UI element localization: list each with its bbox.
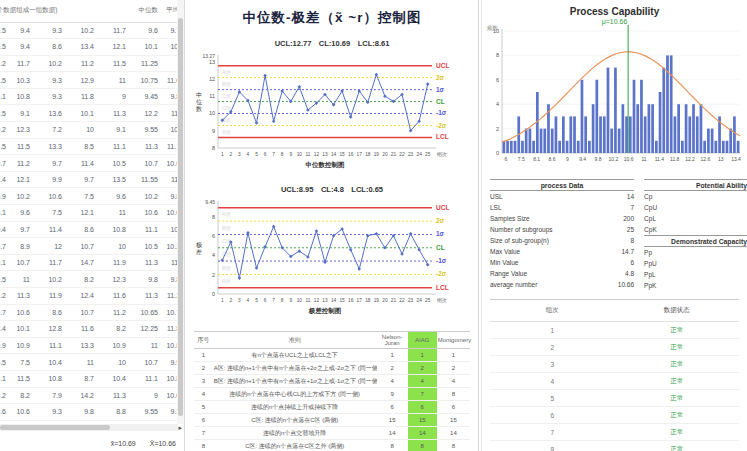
process-data-row: average number10.66: [490, 279, 634, 290]
cell: 11.5: [6, 370, 38, 387]
cell: 9.3: [38, 72, 70, 89]
svg-text:11: 11: [305, 298, 310, 303]
svg-text:7: 7: [272, 298, 275, 303]
svg-text:22: 22: [399, 298, 405, 303]
svg-text:11.8: 11.8: [669, 156, 679, 162]
svg-text:8.1: 8.1: [533, 156, 540, 162]
cell: 11: [6, 271, 38, 288]
cell: 7.5: [6, 354, 38, 371]
svg-text:中位数: 中位数: [196, 92, 202, 112]
group-status-table: 组次 数据状态 1正常2正常3正常4正常5正常6正常7正常8正常: [490, 299, 739, 451]
cell: 10.9: [102, 337, 134, 354]
rules-table: 序号准则Nelson-JuranAIAGMontgomery 1有n个点落在UC…: [194, 331, 470, 451]
capability-panel: Process Capability μ=10.66 0246810频数67.5…: [481, 0, 747, 451]
cell: 10: [102, 238, 134, 255]
capability-index-row: PpU: [644, 258, 747, 269]
cell: 11: [102, 205, 134, 222]
cell: 11.9: [102, 254, 134, 271]
table-row: 10.710.68.610.711.210.6510.76: [0, 304, 178, 321]
svg-text:10.6: 10.6: [623, 156, 633, 162]
table-row: 9.110.89.311.899.459.81: [0, 88, 178, 105]
rules-cell: 15: [377, 414, 408, 427]
cell: 11.55: [134, 171, 166, 188]
svg-text:11.4: 11.4: [654, 156, 664, 162]
svg-text:16: 16: [348, 298, 354, 303]
horizontal-scrollbar-thumb[interactable]: [0, 425, 110, 430]
svg-text:23: 23: [407, 152, 413, 157]
rules-row: 4连续的n个点落在中心线CL的上方或下方 (同一侧)978: [194, 388, 470, 401]
svg-text:13: 13: [322, 298, 328, 303]
cell: 10.6: [6, 404, 38, 421]
rules-cell: 5: [194, 401, 213, 414]
svg-text:8: 8: [211, 214, 214, 220]
cell: 9.3: [38, 404, 70, 421]
svg-text:10.2: 10.2: [608, 156, 618, 162]
cell: 14.2: [70, 387, 102, 404]
status-row: 3正常: [490, 356, 739, 373]
status-badge: 正常: [615, 441, 740, 451]
rules-cell: 连续的n个点交替地升降: [213, 427, 377, 440]
capability-index-block: Potential Ability CpCpUCpLCpK Demonstrat…: [644, 179, 747, 291]
svg-text:13.27: 13.27: [202, 53, 215, 59]
cell: 10.2: [6, 188, 38, 205]
cell: 9: [102, 88, 134, 105]
svg-text:2σ: 2σ: [436, 217, 445, 224]
svg-text:9: 9: [289, 152, 292, 157]
cell: 10.2: [70, 22, 102, 39]
median-col-header: 中位数: [134, 0, 166, 22]
cell: 11.7: [102, 22, 134, 39]
svg-text:B区: B区: [222, 81, 232, 87]
svg-text:LCL: LCL: [436, 133, 449, 140]
svg-text:0: 0: [495, 150, 498, 156]
cell: 11.3: [6, 288, 38, 305]
svg-text:频数: 频数: [487, 25, 499, 31]
svg-text:组次: 组次: [437, 297, 447, 303]
cell: 11.3: [102, 105, 134, 122]
cell: 11.3: [134, 288, 166, 305]
rules-cell: 2: [377, 362, 408, 375]
control-chart-title: 中位数-极差（x̃ ~r）控制图: [186, 9, 478, 27]
status-badge: 正常: [615, 322, 740, 339]
cell: 9.3: [38, 22, 70, 39]
cell: 9.55: [134, 122, 166, 139]
svg-text:13: 13: [208, 59, 214, 65]
cell: 9.1: [102, 122, 134, 139]
cell: 12.4: [70, 288, 102, 305]
scroll-right-arrow[interactable]: ▸: [178, 424, 182, 432]
svg-text:25: 25: [425, 152, 431, 157]
cell: 10.6: [134, 205, 166, 222]
rules-row: 3B区: 连续的n+1个点中有n个点落在+1σ之上或-1σ之下 (同一侧)444: [194, 375, 470, 388]
svg-text:6: 6: [495, 77, 498, 83]
process-data-row: Samples Size200: [490, 213, 634, 224]
svg-text:组次: 组次: [437, 151, 447, 157]
cell: 12.9: [70, 72, 102, 89]
cell: 11.1: [134, 370, 166, 387]
rules-col-header: 准则: [213, 332, 377, 349]
status-row: 6正常: [490, 407, 739, 424]
cell: 11.6: [102, 288, 134, 305]
status-badge: 正常: [615, 424, 740, 441]
svg-text:中位数控制图: 中位数控制图: [305, 161, 344, 169]
cell: 9.4: [6, 22, 38, 39]
cell: 7.9: [38, 387, 70, 404]
cell: 10.7: [70, 238, 102, 255]
svg-text:17: 17: [356, 298, 362, 303]
status-row: 7正常: [490, 424, 739, 441]
cell: 12.3: [102, 271, 134, 288]
rules-cell: 1: [437, 349, 470, 362]
svg-text:A区: A区: [222, 69, 232, 75]
cell: 11.7: [38, 254, 70, 271]
cell: 12.25: [134, 321, 166, 338]
status-row: 4正常: [490, 373, 739, 390]
svg-text:17: 17: [356, 152, 362, 157]
svg-text:24: 24: [416, 298, 422, 303]
svg-text:LCL: LCL: [436, 284, 449, 291]
vertical-scrollbar-thumb[interactable]: [178, 18, 183, 416]
rules-cell: 1: [408, 349, 437, 362]
svg-text:21: 21: [390, 152, 396, 157]
horizontal-scrollbar[interactable]: [0, 424, 178, 431]
vertical-scrollbar[interactable]: [177, 0, 184, 424]
cell: 8.6: [70, 221, 102, 238]
table-row: 11.511.513.38.511.111.311.16: [0, 138, 178, 155]
svg-text:25: 25: [425, 298, 431, 303]
